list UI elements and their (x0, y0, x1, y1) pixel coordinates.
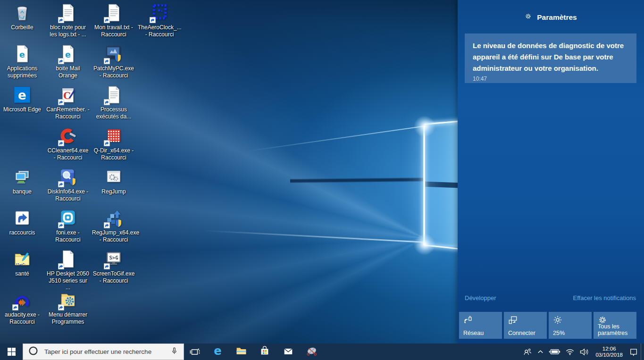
diskinfo-icon (57, 167, 79, 187)
desktop-icon-diskinfo[interactable]: DiskInfo64.exe - Raccourci (46, 167, 90, 202)
desktop-icon-label: ScreenToGif.exe - Raccourci (92, 270, 135, 284)
desktop-icon-label: bloc note pour les logs.txt - ... (46, 24, 90, 38)
desktop-icon-edge-tile[interactable]: eMicrosoft Edge (0, 85, 44, 113)
desktop-icon-label: audacity.exe - Raccourci (0, 311, 44, 325)
desktop-icon-start-folder[interactable]: Menu démarrer Programmes (46, 290, 90, 325)
tray-people-icon[interactable] (520, 343, 535, 360)
system-tray: 12:06 03/10/2018 (520, 343, 644, 360)
quick-action-label: Tous les paramètres (598, 323, 634, 336)
foni-icon (57, 208, 79, 228)
desktop-icon-label: RegJump (92, 188, 135, 195)
notification-text: Le niveau de données de diagnostic de vo… (473, 40, 628, 74)
desktop-icon-label: PatchMyPC.exe - Raccourci (92, 65, 135, 79)
folder-pencil-icon (11, 249, 33, 269)
desktop-icon-regjump-x64[interactable]: RegJump_x64.exe - Raccourci (92, 208, 135, 243)
desktop-icon-patchmypc[interactable]: PatchMyPC.exe - Raccourci (92, 44, 135, 79)
desktop-icon-ccleaner[interactable]: CCleaner64.exe - Raccourci (46, 126, 90, 161)
quick-action-tile-brightness[interactable]: 25% (549, 312, 592, 339)
desktop-icon-text-file[interactable]: Processus exécutés da... (92, 85, 135, 120)
patchmypc-icon (103, 44, 125, 64)
taskbar-search-box[interactable] (23, 343, 184, 360)
desktop-icon-recycle-bin[interactable]: Corbeille (0, 3, 44, 31)
action-center-panel: Paramètres Le niveau de données de diagn… (458, 0, 644, 343)
text-file-icon (57, 3, 79, 23)
desktop-icon-qdir[interactable]: Q-Dir_x64.exe - Raccourci (92, 126, 135, 161)
qdir-icon (103, 126, 125, 146)
taskbar-app-edge[interactable]: e (206, 343, 229, 360)
shortcut-arrow-icon (58, 17, 64, 23)
wallpaper-crossbar (290, 177, 425, 184)
svg-text:e: e (214, 344, 221, 357)
desktop-icon-audacity[interactable]: audacity.exe - Raccourci (0, 290, 44, 325)
gear-icon (525, 13, 532, 22)
regjump-x64-icon (103, 208, 125, 228)
desktop-icon-label: HP Deskjet 2050 J510 series sur ... (46, 270, 90, 291)
shortcut-arrow-icon (150, 17, 156, 23)
shortcut-big-icon (11, 208, 33, 228)
store-icon (259, 345, 270, 359)
shortcut-arrow-icon (58, 304, 64, 310)
desktop-icon-shortcut-big[interactable]: raccourcis (0, 208, 44, 236)
task-view-button[interactable] (184, 343, 206, 360)
audacity-icon (11, 290, 33, 310)
shortcut-arrow-icon (104, 17, 110, 23)
taskbar-app-file-explorer[interactable] (229, 343, 253, 360)
desktop-icon-text-file[interactable]: bloc note pour les logs.txt - ... (46, 3, 90, 38)
svg-text:S>G: S>G (109, 255, 118, 260)
page-plain-icon (57, 249, 79, 269)
quick-action-tile-gear[interactable]: Tous les paramètres (594, 312, 636, 339)
taskbar-app-store[interactable] (253, 343, 276, 360)
svg-text:e: e (18, 89, 26, 103)
action-center-header: Paramètres (458, 0, 644, 22)
search-input[interactable] (43, 348, 165, 356)
tray-volume-icon[interactable] (577, 343, 592, 360)
desktop-icon-edge-page[interactable]: eApplications supprimées (0, 44, 44, 79)
taskbar-app-mail[interactable] (276, 343, 300, 360)
action-center-icon[interactable] (627, 343, 641, 360)
expand-link[interactable]: Développer (465, 294, 496, 301)
quick-action-label: Connecter (508, 330, 535, 336)
microphone-icon[interactable] (170, 347, 178, 357)
aeroclock-icon (149, 3, 170, 23)
svg-text:e: e (65, 50, 71, 59)
show-desktop-button[interactable] (641, 343, 644, 360)
clock-time: 12:06 (595, 346, 623, 352)
shortcut-arrow-icon (58, 222, 64, 228)
tray-network-signal-icon[interactable] (563, 343, 577, 360)
text-file-icon (103, 85, 125, 105)
shortcut-arrow-icon (104, 263, 110, 269)
shortcut-arrow-icon (104, 222, 110, 228)
snipping-tool-icon (306, 345, 318, 359)
desktop-icon-folder-pencil[interactable]: santé (0, 249, 44, 277)
desktop-icon-page-plain[interactable]: HP Deskjet 2050 J510 series sur ... (46, 249, 90, 291)
wallpaper-light-beam (203, 230, 426, 243)
monitors-icon (11, 167, 33, 187)
file-explorer-icon (235, 345, 247, 359)
shortcut-arrow-icon (58, 99, 64, 105)
clear-notifications-link[interactable]: Effacer les notifications (573, 294, 636, 301)
desktop-icon-canremember[interactable]: CCanRemember. - Raccourci (46, 85, 90, 120)
desktop-icon-edge-page[interactable]: eboite Mail Orange (46, 44, 90, 79)
notification-card[interactable]: Le niveau de données de diagnostic de vo… (465, 33, 636, 83)
taskbar: e 12:06 03/10/2018 (0, 343, 644, 360)
desktop-icon-gears-window[interactable]: RegJump (92, 167, 135, 195)
desktop-icon-text-file[interactable]: Mon travail.txt - Raccourci (92, 3, 135, 38)
tray-battery-icon[interactable] (546, 343, 563, 360)
desktop-icon-monitors[interactable]: banque (0, 167, 44, 195)
edge-tile-icon: e (11, 85, 33, 105)
taskbar-app-snipping-tool[interactable] (300, 343, 324, 360)
taskbar-clock[interactable]: 12:06 03/10/2018 (592, 346, 627, 358)
edge-page-icon: e (11, 44, 33, 64)
quick-action-tile-network[interactable]: Réseau (459, 312, 502, 339)
svg-text:C: C (63, 90, 71, 101)
desktop-icon-foni[interactable]: foni.exe - Raccourci (46, 208, 90, 243)
edge-page-icon: e (57, 44, 79, 64)
shortcut-arrow-icon (12, 304, 18, 310)
quick-action-tile-connect[interactable]: Connecter (504, 312, 547, 339)
recycle-bin-icon (11, 3, 33, 23)
desktop-icon-label: Corbeille (0, 24, 44, 31)
tray-chevron-up-icon[interactable] (535, 343, 546, 360)
desktop-icon-aeroclock[interactable]: TheAeroClock_... - Raccourci (138, 3, 181, 38)
start-button[interactable] (0, 343, 23, 360)
desktop-icon-screentogif[interactable]: S>GScreenToGif.exe - Raccourci (92, 249, 135, 284)
